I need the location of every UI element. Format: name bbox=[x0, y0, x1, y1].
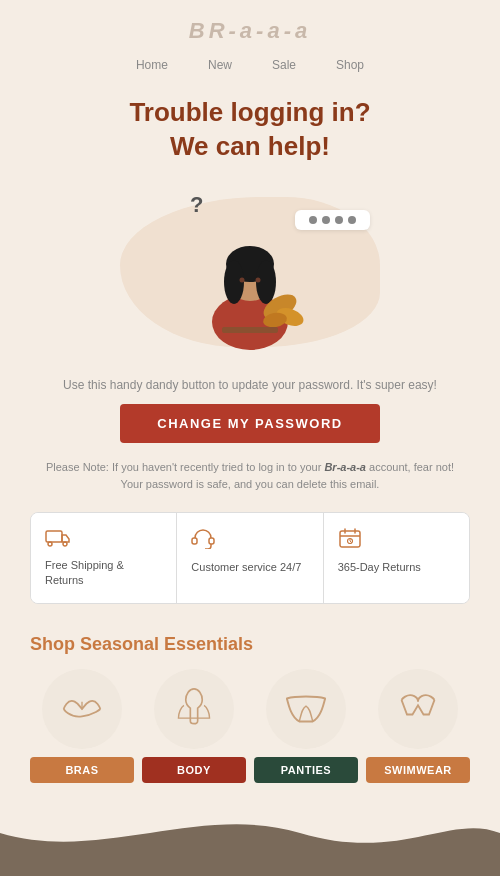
bras-circle bbox=[42, 669, 122, 749]
body-button[interactable]: BODY bbox=[142, 757, 246, 783]
password-dots-area bbox=[295, 210, 370, 230]
body-circle bbox=[154, 669, 234, 749]
headset-icon bbox=[191, 527, 215, 554]
main-nav: Home New Sale Shop bbox=[0, 52, 500, 86]
shop-item-bras: BRAS bbox=[30, 669, 134, 783]
svg-point-9 bbox=[256, 277, 261, 282]
pwd-dot-4 bbox=[348, 216, 356, 224]
email-wrapper: BR-a-a-a Home New Sale Shop Trouble logg… bbox=[0, 0, 500, 876]
panties-circle bbox=[266, 669, 346, 749]
feature-shipping: Free Shipping & Returns bbox=[31, 513, 177, 603]
swimwear-button[interactable]: SWIMWEAR bbox=[366, 757, 470, 783]
calendar-icon bbox=[338, 527, 362, 554]
bras-button[interactable]: BRAS bbox=[30, 757, 134, 783]
pwd-dot-3 bbox=[335, 216, 343, 224]
logo: BR-a-a-a bbox=[0, 18, 500, 44]
hero-section: Trouble logging in?We can help! ? bbox=[0, 86, 500, 362]
hero-title: Trouble logging in?We can help! bbox=[30, 96, 470, 164]
shop-item-body: BODY bbox=[142, 669, 246, 783]
brand-name: Br-a-a-a bbox=[324, 461, 366, 473]
shop-section: Shop Seasonal Essentials BRAS bbox=[0, 624, 500, 783]
customer-service-label: Customer service 24/7 bbox=[191, 560, 301, 575]
svg-rect-14 bbox=[192, 538, 197, 544]
description-text: Use this handy dandy button to update yo… bbox=[0, 362, 500, 404]
svg-point-8 bbox=[240, 277, 245, 282]
footer: About us News Career The shops f 𝕏 ◎ ▶ Y… bbox=[0, 863, 500, 876]
nav-home[interactable]: Home bbox=[136, 58, 168, 72]
wave-divider bbox=[0, 803, 500, 863]
feature-returns: 365-Day Returns bbox=[324, 513, 469, 603]
feature-customer-service: Customer service 24/7 bbox=[177, 513, 323, 603]
nav-sale[interactable]: Sale bbox=[272, 58, 296, 72]
shop-item-panties: PANTIES bbox=[254, 669, 358, 783]
truck-icon bbox=[45, 527, 71, 552]
illustration: ? bbox=[100, 182, 400, 362]
panties-button[interactable]: PANTIES bbox=[254, 757, 358, 783]
svg-rect-10 bbox=[222, 327, 278, 333]
shop-item-swimwear: SWIMWEAR bbox=[366, 669, 470, 783]
header: BR-a-a-a bbox=[0, 0, 500, 52]
svg-rect-15 bbox=[209, 538, 214, 544]
change-password-button[interactable]: CHANGE MY PASSWORD bbox=[120, 404, 380, 443]
nav-shop[interactable]: Shop bbox=[336, 58, 364, 72]
question-mark-icon: ? bbox=[190, 192, 203, 218]
shipping-label: Free Shipping & Returns bbox=[45, 558, 162, 589]
swimwear-circle bbox=[378, 669, 458, 749]
shop-items-grid: BRAS BODY bbox=[30, 669, 470, 783]
svg-point-13 bbox=[63, 542, 67, 546]
returns-label: 365-Day Returns bbox=[338, 560, 421, 575]
pwd-dot-1 bbox=[309, 216, 317, 224]
nav-new[interactable]: New bbox=[208, 58, 232, 72]
shop-title: Shop Seasonal Essentials bbox=[30, 634, 470, 655]
pwd-dot-2 bbox=[322, 216, 330, 224]
features-row: Free Shipping & Returns Customer service… bbox=[30, 512, 470, 604]
svg-point-12 bbox=[48, 542, 52, 546]
note-text: Please Note: If you haven't recently tri… bbox=[0, 459, 500, 512]
svg-rect-11 bbox=[46, 531, 62, 542]
